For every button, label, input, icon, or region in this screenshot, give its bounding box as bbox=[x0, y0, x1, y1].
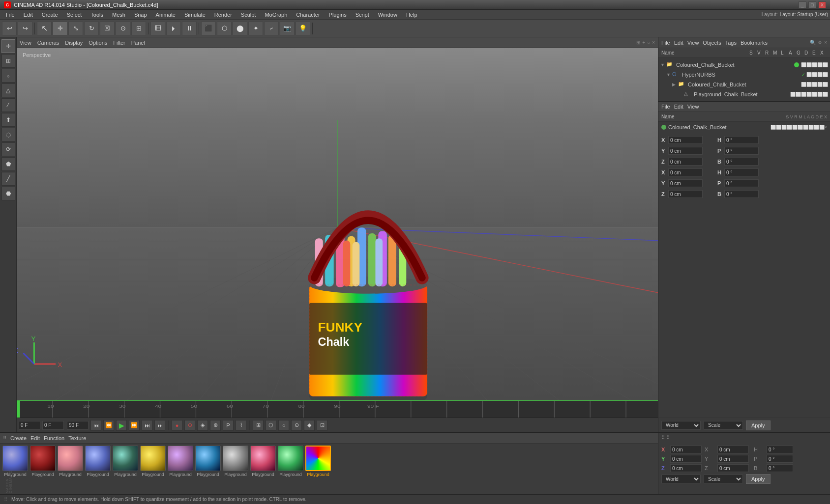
3d-viewport[interactable]: FUNKY Chalk bbox=[17, 48, 658, 400]
current-frame-input[interactable] bbox=[19, 421, 40, 430]
material-item-2[interactable]: Playground bbox=[30, 446, 56, 477]
start-frame-input[interactable] bbox=[42, 421, 64, 430]
material-item-7[interactable]: Playground bbox=[167, 446, 194, 477]
deform-button[interactable]: ⌿ bbox=[264, 22, 279, 35]
y-pos-input[interactable] bbox=[668, 147, 703, 155]
sp-input[interactable] bbox=[724, 179, 759, 187]
mat-edit-menu[interactable]: Edit bbox=[30, 435, 40, 441]
vp-menu-display[interactable]: Display bbox=[65, 40, 83, 46]
menu-mograph[interactable]: MoGraph bbox=[261, 11, 291, 19]
prev-keyframe-button[interactable]: ⏮ bbox=[90, 420, 101, 431]
record-button[interactable]: ● bbox=[172, 420, 182, 431]
scale-time-button[interactable]: ⬡ bbox=[266, 420, 276, 431]
tool-path[interactable]: ╱ bbox=[1, 172, 15, 186]
menu-animate[interactable]: Animate bbox=[152, 11, 179, 19]
b-rot-input[interactable] bbox=[724, 158, 759, 166]
timeline-settings-button[interactable]: ⊡ bbox=[317, 420, 327, 431]
key-all-button[interactable]: ◈ bbox=[197, 420, 208, 431]
vp-icon-1[interactable]: ⊞ bbox=[636, 40, 640, 45]
close-button[interactable]: X bbox=[818, 1, 826, 8]
vp-menu-panel[interactable]: Panel bbox=[131, 40, 145, 46]
obj-mgr-icon1[interactable]: 🔍 bbox=[810, 40, 816, 45]
material-item-3[interactable]: Playground bbox=[57, 446, 84, 477]
menu-help[interactable]: Help bbox=[402, 11, 421, 19]
h-rot-input[interactable] bbox=[724, 136, 759, 144]
tool-paint[interactable]: ⬟ bbox=[1, 157, 15, 171]
coord-system-select[interactable]: World Object Camera bbox=[661, 421, 701, 430]
end-button[interactable]: ⏭ bbox=[154, 420, 165, 431]
tool-polygon[interactable]: △ bbox=[1, 84, 15, 97]
vp-menu-view[interactable]: View bbox=[20, 40, 31, 46]
vp-icon-3[interactable]: ○ bbox=[647, 40, 650, 45]
coord-ysize-value[interactable] bbox=[717, 455, 749, 463]
obj-file-menu[interactable]: File bbox=[661, 40, 670, 46]
light-button[interactable]: 💡 bbox=[296, 22, 310, 35]
sb-input[interactable] bbox=[724, 190, 759, 198]
next-keyframe-button[interactable]: ⏭ bbox=[142, 420, 152, 431]
material-item-4[interactable]: Playground bbox=[85, 446, 111, 477]
move-keys-button[interactable]: ⊞ bbox=[253, 420, 264, 431]
menu-mesh[interactable]: Mesh bbox=[108, 11, 129, 19]
material-item-5[interactable]: Playground bbox=[112, 446, 139, 477]
redo-button[interactable]: ↪ bbox=[18, 22, 32, 35]
tool-knife[interactable]: ∕ bbox=[1, 98, 15, 112]
obj-mgr-icon2[interactable]: ⚙ bbox=[818, 40, 822, 45]
vp-menu-options[interactable]: Options bbox=[89, 40, 107, 46]
rewind-button[interactable]: ⏪ bbox=[103, 420, 114, 431]
function-curve-button[interactable]: ⌇ bbox=[236, 420, 246, 431]
camera-button[interactable]: 📷 bbox=[280, 22, 295, 35]
forward-button[interactable]: ⏩ bbox=[129, 420, 140, 431]
tool-mirror[interactable]: ⬣ bbox=[1, 187, 15, 200]
motion-path-button[interactable]: ◆ bbox=[304, 420, 315, 431]
material-item-8[interactable]: Playground bbox=[195, 446, 221, 477]
z-pos-input[interactable] bbox=[668, 158, 703, 166]
mat-function-menu[interactable]: Function bbox=[44, 435, 64, 441]
end-frame-input[interactable] bbox=[67, 421, 89, 430]
attr-edit-menu[interactable]: Edit bbox=[674, 104, 683, 110]
menu-select[interactable]: Select bbox=[63, 11, 86, 19]
render-region-button[interactable]: 🎞 bbox=[150, 22, 165, 35]
menu-plugins[interactable]: Plugins bbox=[325, 11, 351, 19]
menu-create[interactable]: Create bbox=[38, 11, 62, 19]
tool-extrude[interactable]: ⬆ bbox=[1, 113, 15, 127]
auto-key-button[interactable]: ⊙ bbox=[184, 420, 195, 431]
apply-button[interactable]: Apply bbox=[746, 420, 771, 430]
coord-scale-select[interactable]: Scale Size bbox=[704, 475, 743, 483]
render-preview-button[interactable]: ⏵ bbox=[166, 22, 181, 35]
material-item-6[interactable]: Playground bbox=[140, 446, 166, 477]
vp-icon-4[interactable]: × bbox=[652, 40, 655, 45]
cube-button[interactable]: ⬛ bbox=[201, 22, 216, 35]
obj-bookmarks-menu[interactable]: Bookmarks bbox=[741, 40, 768, 46]
cylinder-button[interactable]: ⬤ bbox=[233, 22, 247, 35]
object-mode-button[interactable]: ⊙ bbox=[116, 22, 130, 35]
material-item-11[interactable]: Playground bbox=[277, 446, 304, 477]
nurbs-button[interactable]: ✦ bbox=[248, 22, 263, 35]
move-tool-button[interactable]: ✛ bbox=[53, 22, 67, 35]
obj-mgr-icon3[interactable]: × bbox=[824, 40, 827, 45]
scale-tool-button[interactable]: ⤡ bbox=[68, 22, 83, 35]
mat-create-menu[interactable]: Create bbox=[10, 435, 27, 441]
menu-script[interactable]: Script bbox=[352, 11, 373, 19]
coord-world-select[interactable]: World Object bbox=[661, 475, 701, 483]
points-mode-button[interactable]: ⊞ bbox=[131, 22, 146, 35]
sphere-button[interactable]: ⬡ bbox=[217, 22, 232, 35]
obj-row-root[interactable]: ▼ 📁 Coloured_Chalk_Bucket ⬜⬜⬜⬜⬜ bbox=[658, 60, 830, 70]
obj-row-playground[interactable]: △ Playground_Chalk_Bucket ⬜⬜⬜⬜⬜⬜⬜ bbox=[658, 89, 830, 99]
coord-x-value[interactable] bbox=[670, 446, 702, 453]
menu-character[interactable]: Character bbox=[292, 11, 324, 19]
obj-edit-menu[interactable]: Edit bbox=[674, 40, 683, 46]
menu-tools[interactable]: Tools bbox=[87, 11, 107, 19]
material-item-9[interactable]: Playground bbox=[222, 446, 249, 477]
sh-input[interactable] bbox=[724, 168, 759, 176]
sz-input[interactable] bbox=[668, 190, 703, 198]
obj-view-menu[interactable]: View bbox=[687, 40, 699, 46]
obj-tags-menu[interactable]: Tags bbox=[725, 40, 737, 46]
vp-menu-filter[interactable]: Filter bbox=[113, 40, 125, 46]
toggle-button[interactable]: ☒ bbox=[100, 22, 115, 35]
attr-view-menu[interactable]: View bbox=[687, 104, 699, 110]
menu-simulate[interactable]: Simulate bbox=[180, 11, 209, 19]
sx-input[interactable] bbox=[668, 168, 703, 176]
maximize-button[interactable]: □ bbox=[808, 1, 816, 8]
tool-magnet[interactable]: ⟳ bbox=[1, 142, 15, 156]
material-item-12[interactable]: Playground bbox=[305, 446, 331, 477]
